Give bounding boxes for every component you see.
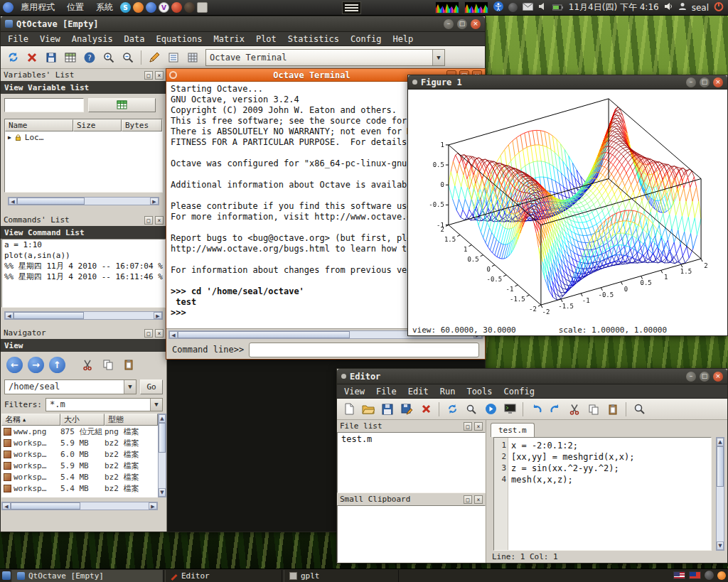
menu-item[interactable]: View [34, 33, 66, 45]
speaker-icon[interactable] [664, 2, 673, 13]
back-button[interactable]: ← [6, 357, 23, 373]
command-history-list[interactable]: a = 1:10plot(a,sin(a))%% 星期四 11月 4 2010 … [1, 239, 166, 308]
menu-item[interactable]: Plot [250, 33, 282, 45]
edit-pencil-icon[interactable] [146, 50, 162, 65]
up-button[interactable]: ↑ [49, 357, 65, 373]
menu-item[interactable]: Config [498, 385, 540, 398]
filter-combo[interactable]: *.m ▼ [46, 398, 163, 411]
menu-item[interactable]: Equations [151, 33, 208, 45]
column-header-filesize[interactable]: 大小 [60, 414, 105, 426]
launcher-icon-7[interactable] [197, 2, 208, 13]
menu-item[interactable]: Edit [402, 385, 434, 398]
dock-float-button[interactable]: □ [144, 71, 153, 80]
skype-icon[interactable]: S [120, 2, 131, 13]
open-file-icon[interactable] [360, 402, 376, 417]
menu-item[interactable]: Statistics [282, 33, 345, 45]
save-icon[interactable] [43, 50, 59, 65]
command-list-icon[interactable] [166, 50, 181, 65]
dock-close-button[interactable]: × [155, 71, 164, 80]
menu-item[interactable]: File [370, 385, 402, 398]
mail-icon[interactable] [523, 3, 533, 13]
undo-icon[interactable] [528, 402, 544, 417]
distro-menu-icon[interactable] [3, 2, 14, 13]
small-clipboard-area[interactable] [337, 505, 486, 563]
paste-icon[interactable] [121, 357, 136, 372]
dock-close-button[interactable]: × [474, 495, 483, 504]
minimize-button[interactable]: – [686, 372, 696, 382]
maximize-button[interactable]: □ [700, 372, 710, 382]
stop-process-icon[interactable] [24, 50, 40, 65]
taskbar-item-gplt[interactable]: gplt [284, 570, 399, 582]
panel-menu-applications[interactable]: 應用程式 [16, 0, 60, 15]
terminal-selector-combo[interactable]: Octave Terminal ▼ [205, 49, 445, 66]
menu-item[interactable]: Data [119, 33, 151, 45]
cut-icon[interactable] [567, 402, 582, 417]
horizontal-scrollbar[interactable]: ◀▶ [1, 502, 158, 510]
chevron-down-icon[interactable]: ▼ [150, 399, 162, 411]
zoom-icon[interactable] [631, 402, 647, 417]
variable-search-input[interactable] [4, 98, 84, 112]
column-header-bytes[interactable]: Bytes [122, 119, 162, 131]
command-history-item[interactable]: %% 星期四 11月 4 2010 -- 16:11:46 % [2, 271, 165, 282]
maximize-button[interactable]: □ [700, 77, 710, 87]
cut-icon[interactable] [80, 357, 95, 372]
new-file-icon[interactable] [341, 402, 357, 417]
figure-titlebar[interactable]: Figure 1 – □ × [408, 75, 727, 90]
restart-octave-icon[interactable] [5, 50, 21, 65]
horizontal-scrollbar[interactable]: ◀▶ [8, 197, 159, 205]
tray-icon[interactable] [705, 571, 714, 580]
qtoctave-titlebar[interactable]: QtOctave [Empty] – □ × [1, 16, 485, 32]
vertical-scrollbar[interactable]: ▲▼ [716, 437, 724, 551]
command-line-input[interactable] [249, 343, 479, 357]
zoom-in-icon[interactable] [101, 50, 117, 65]
keyboard-indicator-icon[interactable] [342, 1, 361, 14]
tab-test-m[interactable]: test.m [491, 423, 535, 437]
clock[interactable]: 11月4日(四) 下午 4:16 [569, 1, 659, 14]
column-header-filename[interactable]: 名稱▲ [1, 414, 60, 426]
menu-item[interactable]: Matrix [208, 33, 250, 45]
zoom-out-icon[interactable] [120, 50, 136, 65]
username-label[interactable]: seal [692, 3, 709, 13]
dock-float-button[interactable]: □ [144, 216, 153, 225]
dock-close-button[interactable]: × [155, 329, 164, 338]
expand-arrow-icon[interactable]: ▶ [8, 134, 11, 141]
close-file-icon[interactable] [418, 402, 434, 417]
help-icon[interactable]: ? [82, 50, 97, 65]
redo-icon[interactable] [547, 402, 563, 417]
dock-close-button[interactable]: × [155, 216, 164, 225]
code-editor[interactable]: 1234 x = -2:0.1:2;[xx,yy] = meshgrid(x,x… [493, 437, 712, 551]
table-icon[interactable] [63, 50, 78, 65]
copy-icon[interactable] [586, 402, 601, 417]
file-row[interactable]: worksp… 5.9 MB bz2 檔案 [1, 460, 158, 471]
accessibility-icon[interactable] [493, 1, 503, 14]
open-files-list[interactable]: test.m [337, 432, 486, 493]
launcher-icon-6[interactable] [184, 2, 195, 13]
spectrum-applet-2-icon[interactable] [464, 1, 488, 14]
column-header-name[interactable]: Name [5, 119, 73, 131]
minimize-button[interactable]: – [444, 19, 454, 29]
launcher-icon-4[interactable]: V [159, 2, 169, 13]
menu-item[interactable]: File [2, 33, 34, 45]
copy-icon[interactable] [100, 357, 116, 372]
power-icon[interactable] [714, 1, 724, 14]
file-row[interactable]: worksp… 6.0 MB bz2 檔案 [1, 448, 158, 460]
open-file-item[interactable]: test.m [338, 433, 485, 446]
command-history-item[interactable]: %% 星期四 11月 4 2010 -- 16:07:04 % [2, 261, 165, 271]
variables-tree-root[interactable]: ▶ Loc… [5, 131, 162, 144]
launcher-icon-5[interactable] [171, 2, 182, 13]
menu-item[interactable]: Help [387, 33, 419, 45]
dock-float-button[interactable]: □ [464, 495, 472, 504]
volume-mixer-icon[interactable] [538, 2, 547, 13]
panel-menu-places[interactable]: 位置 [62, 0, 89, 15]
close-button[interactable]: × [471, 19, 481, 29]
maximize-button[interactable]: □ [457, 19, 467, 29]
taskbar-left-icon[interactable] [2, 571, 11, 580]
horizontal-scrollbar[interactable]: ◀▶ [4, 311, 163, 320]
chevron-down-icon[interactable]: ▼ [432, 50, 444, 65]
taskbar-item-qtoctave[interactable]: QtOctave [Empty] [11, 570, 164, 582]
us-flag-icon[interactable] [673, 571, 685, 579]
save-as-icon[interactable] [399, 402, 414, 417]
tray-app-icon[interactable] [508, 3, 518, 12]
file-row[interactable]: worksp… 5.4 MB bz2 檔案 [1, 471, 158, 483]
column-header-size[interactable]: Size [73, 119, 122, 131]
